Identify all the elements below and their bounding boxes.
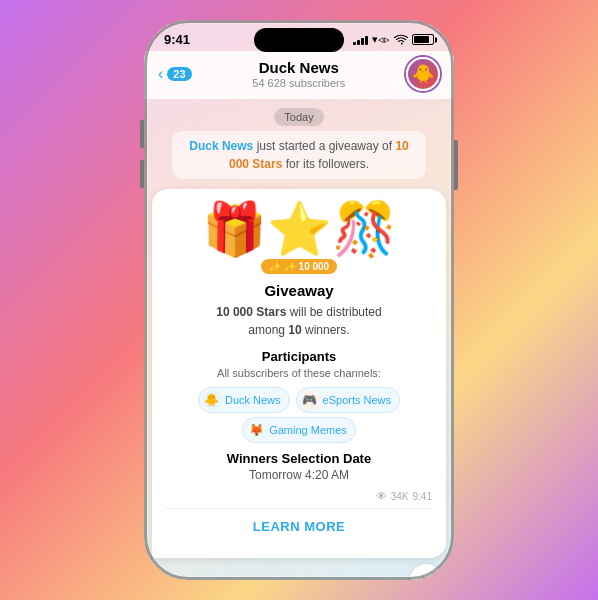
channel-chip-duck-news[interactable]: 🐥 Duck News: [198, 387, 290, 413]
stars-amount: 10 000 Stars: [216, 305, 286, 319]
notification-badge: 23: [167, 67, 191, 81]
forward-button[interactable]: ➤: [410, 564, 442, 580]
duck-news-label: Duck News: [225, 394, 281, 406]
wifi-icon: ▾⁠◃▹: [372, 33, 390, 46]
battery-icon: [412, 34, 434, 45]
power-button: [454, 140, 458, 190]
winners-date-title: Winners Selection Date: [166, 451, 432, 466]
phone-frame: 9:41 ▾⁠◃▹: [144, 20, 454, 580]
forward-area: ➤: [152, 564, 446, 580]
back-button[interactable]: ‹ 23: [158, 65, 192, 83]
status-time: 9:41: [164, 32, 190, 47]
gaming-icon: 🦊: [247, 421, 265, 439]
channel-chip-gaming[interactable]: 🦊 Gaming Memes: [242, 417, 356, 443]
esports-label: eSports News: [323, 394, 391, 406]
gaming-label: Gaming Memes: [269, 424, 347, 436]
date-label: Today: [274, 108, 323, 126]
channel-title: Duck News: [252, 59, 345, 76]
channel-avatar[interactable]: 🐥: [406, 57, 440, 91]
message-time: 9:41: [413, 491, 432, 502]
signal-icon: [353, 35, 368, 45]
chat-area[interactable]: Today Duck News just started a giveaway …: [144, 99, 454, 580]
nav-center: Duck News 54 628 subscribers: [252, 59, 345, 89]
esports-icon: 🎮: [301, 391, 319, 409]
stars-highlight: 10 000 Stars: [229, 139, 409, 171]
channel-chip-esports[interactable]: 🎮 eSports News: [296, 387, 400, 413]
channels-list: 🐥 Duck News 🎮 eSports News: [166, 387, 432, 413]
message-meta: 👁 34K 9:41: [166, 490, 432, 502]
system-message-text: Duck News just started a giveaway of 10 …: [172, 131, 426, 179]
winners-count: 10: [288, 323, 301, 337]
date-separator: Today: [152, 107, 446, 125]
nav-bar: ‹ 23 Duck News 54 628 subscribers 🐥: [144, 51, 454, 99]
participants-title: Participants: [166, 349, 432, 364]
system-message: Duck News just started a giveaway of 10 …: [172, 131, 426, 179]
subscriber-count: 54 628 subscribers: [252, 77, 345, 89]
giveaway-image: 🎁⭐🎊 ✨ ✨ 10 000: [166, 203, 432, 274]
avatar-emoji: 🐥: [412, 63, 434, 85]
channel-name-highlight: Duck News: [189, 139, 253, 153]
star-icon: 🎁⭐🎊: [166, 203, 432, 255]
wifi-svg-icon: [394, 34, 408, 45]
star-count-badge: ✨ ✨ 10 000: [261, 259, 337, 274]
views-icon: 👁: [376, 490, 387, 502]
giveaway-card: 🎁⭐🎊 ✨ ✨ 10 000 Giveaway 10 000 Stars wil…: [152, 189, 446, 558]
channels-list-row2: 🦊 Gaming Memes: [166, 417, 432, 443]
participants-subtitle: All subscribers of these channels:: [166, 367, 432, 379]
giveaway-description: 10 000 Stars will be distributedamong 10…: [166, 303, 432, 339]
view-count: 34K: [391, 491, 409, 502]
winners-date-value: Tomorrow 4:20 AM: [166, 468, 432, 482]
forward-icon: ➤: [420, 572, 432, 580]
back-chevron-icon: ‹: [158, 65, 163, 83]
dynamic-island: [254, 28, 344, 52]
status-icons: ▾⁠◃▹: [353, 33, 434, 46]
duck-news-icon: 🐥: [203, 391, 221, 409]
learn-more-button[interactable]: LEARN MORE: [166, 508, 432, 544]
giveaway-title: Giveaway: [166, 282, 432, 299]
